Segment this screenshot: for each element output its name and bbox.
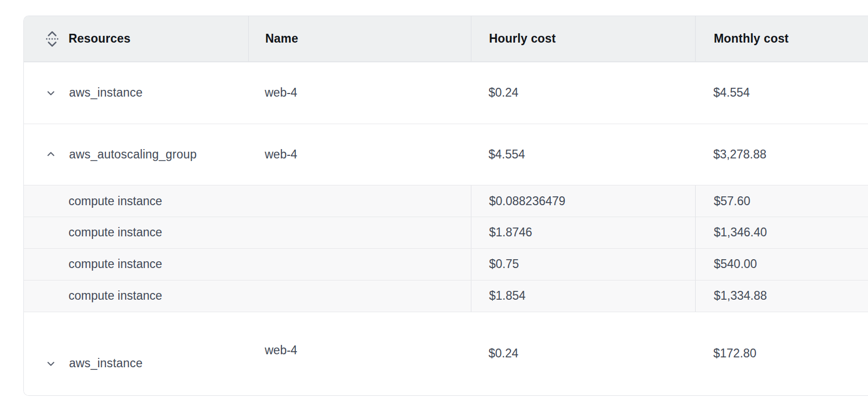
- hourly-cost-cell: $1.8746: [471, 217, 695, 248]
- hourly-cost-cell: $0.24: [471, 62, 695, 124]
- chevron-down-icon[interactable]: [45, 358, 57, 369]
- table-header-row: Resources Name Hourly cost Monthly cost: [24, 16, 868, 62]
- column-header-monthly-cost: Monthly cost: [695, 16, 868, 61]
- column-header-label: Hourly cost: [489, 32, 556, 46]
- table-row: aws_instance web-4 $0.24 $4.554: [24, 62, 868, 124]
- resource-cell: aws_autoscaling_group: [24, 124, 248, 185]
- hourly-cost-cell: $1.854: [471, 281, 695, 312]
- page: Resources Name Hourly cost Monthly cost …: [0, 0, 868, 414]
- monthly-cost-cell: $1,334.88: [695, 281, 868, 312]
- resource-name: aws_autoscaling_group: [69, 148, 197, 162]
- table-row: aws_instance web-4 $0.24 $172.80: [24, 312, 868, 396]
- column-header-label: Name: [265, 32, 298, 46]
- resource-cell: aws_instance: [24, 312, 248, 396]
- table-subrow: compute instance $1.8746 $1,346.40: [24, 217, 868, 248]
- column-header-label: Monthly cost: [714, 32, 789, 46]
- hourly-cost-cell: $0.24: [471, 312, 695, 396]
- table-subrow: compute instance $0.75 $540.00: [24, 248, 868, 280]
- monthly-cost-cell: $1,346.40: [695, 217, 868, 248]
- resource-name: aws_instance: [69, 356, 143, 370]
- subresource-cell: compute instance: [24, 249, 471, 280]
- name-cell: web-4: [248, 312, 471, 396]
- cost-table: Resources Name Hourly cost Monthly cost …: [23, 16, 868, 396]
- column-header-resources: Resources: [24, 16, 248, 61]
- subresource-cell: compute instance: [24, 281, 471, 312]
- subresource-cell: compute instance: [24, 217, 471, 248]
- column-header-name: Name: [248, 16, 471, 61]
- column-header-hourly-cost: Hourly cost: [471, 16, 695, 61]
- monthly-cost-cell: $4.554: [695, 62, 868, 124]
- hourly-cost-cell: $0.088236479: [471, 185, 695, 217]
- chevron-down-icon[interactable]: [45, 87, 57, 99]
- monthly-cost-cell: $172.80: [695, 312, 868, 396]
- monthly-cost-cell: $540.00: [695, 249, 868, 280]
- table-subrow: compute instance $0.088236479 $57.60: [24, 185, 868, 217]
- name-cell: web-4: [248, 124, 471, 185]
- hourly-cost-cell: $4.554: [471, 124, 695, 185]
- chevron-up-icon[interactable]: [45, 149, 57, 160]
- monthly-cost-cell: $3,278.88: [695, 124, 868, 185]
- name-cell: web-4: [248, 62, 471, 124]
- table-subrow: compute instance $1.854 $1,334.88: [24, 280, 868, 312]
- table-row: aws_autoscaling_group web-4 $4.554 $3,27…: [24, 124, 868, 185]
- subresource-cell: compute instance: [24, 185, 471, 217]
- resource-cell: aws_instance: [24, 62, 248, 124]
- hourly-cost-cell: $0.75: [471, 249, 695, 280]
- column-header-label: Resources: [69, 32, 130, 46]
- monthly-cost-cell: $57.60: [695, 185, 868, 217]
- expand-collapse-all-icon[interactable]: [45, 30, 59, 48]
- resource-name: aws_instance: [69, 86, 143, 100]
